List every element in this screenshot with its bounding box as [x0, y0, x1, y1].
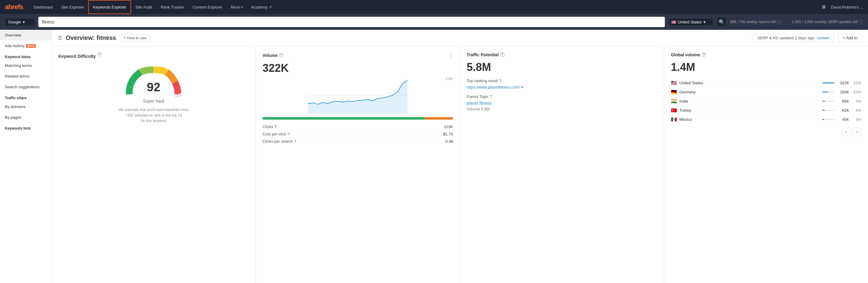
- click-bar-container: [262, 117, 453, 120]
- sidebar-section-keywords-lists: Keywords lists: [0, 123, 52, 132]
- question-icon: ?: [123, 36, 125, 40]
- parent-topic-link[interactable]: planet fitness: [467, 101, 657, 106]
- kd-description: We estimate that you'll need backlinks f…: [58, 107, 249, 123]
- sidebar-item-by-domains[interactable]: By domains: [0, 101, 52, 112]
- pagination: ‹ ›: [671, 128, 861, 136]
- global-volume-card: Global volume ? 1.4M 🇺🇸 United States 32…: [664, 46, 868, 283]
- nav-rank-tracker[interactable]: Rank Tracker: [156, 0, 188, 14]
- more-arrow-icon: ▾: [241, 5, 243, 9]
- cps-help-icon[interactable]: ?: [294, 139, 296, 144]
- sidebar-item-search-suggestions[interactable]: Search suggestions: [0, 82, 52, 92]
- nav-site-audit[interactable]: Site Audit: [131, 0, 156, 14]
- volume-more-button[interactable]: ⋮: [448, 52, 453, 58]
- country-item-mx: 🇲🇽 Mexico 45K 3%: [671, 115, 861, 124]
- country-item-tr: 🇹🇷 Turkey 62K 4%: [671, 106, 861, 115]
- beta-badge: BETA: [26, 44, 36, 48]
- sidebar-item-overview[interactable]: Overview: [0, 30, 52, 40]
- country-arrow-icon: ▾: [704, 20, 706, 24]
- kd-gauge: 92 Super hard: [58, 64, 249, 104]
- country-item-us: 🇺🇸 United States 322K 22%: [671, 79, 861, 88]
- us-flag-icon: 🇺🇸: [671, 20, 676, 24]
- nav-items: Dashboard Site Explorer Keywords Explore…: [29, 0, 821, 14]
- volume-chart: 539K: [262, 77, 453, 114]
- update-link[interactable]: Update: [816, 36, 829, 40]
- traffic-card-title: Traffic Potential ?: [467, 52, 657, 57]
- engine-arrow-icon: ▾: [23, 20, 25, 24]
- country-select[interactable]: 🇺🇸 United States ▾: [668, 18, 713, 26]
- search-icon: 🔍: [719, 19, 725, 25]
- engine-select[interactable]: Google ▾: [5, 18, 35, 26]
- global-volume-help-icon[interactable]: ?: [702, 53, 706, 57]
- flag-us: 🇺🇸: [671, 80, 677, 86]
- user-menu[interactable]: David Roberts's ...: [831, 5, 863, 9]
- weekly-help-icon[interactable]: ?: [777, 20, 781, 24]
- search-stats: 699 / 700 weekly reports left ? | 1,000 …: [730, 20, 863, 24]
- top-nav: ahrefs Dashboard Site Explorer Keywords …: [0, 0, 868, 14]
- top-ranking-label: Top ranking result ?: [467, 79, 657, 83]
- parent-topic-help-icon[interactable]: ?: [490, 94, 492, 99]
- content-area: ☰ Overview: fitness ? How to use SERP & …: [52, 30, 868, 283]
- kd-help-icon[interactable]: ?: [97, 52, 101, 57]
- flag-in: 🇮🇳: [671, 98, 677, 104]
- monthly-help-icon[interactable]: ?: [859, 20, 863, 24]
- nav-right: 🖥 David Roberts's ...: [821, 4, 863, 10]
- search-button[interactable]: 🔍: [717, 17, 727, 27]
- svg-text:92: 92: [147, 80, 161, 94]
- paid-bar: [425, 117, 453, 120]
- prev-button[interactable]: ‹: [842, 128, 850, 136]
- traffic-number: 5.8M: [467, 61, 657, 74]
- volume-number: 322K: [262, 62, 453, 75]
- country-item-in: 🇮🇳 India 66K 4%: [671, 97, 861, 106]
- kd-card: Keyword Difficulty ?: [52, 46, 255, 283]
- add-to-button[interactable]: + Add to: [838, 33, 862, 42]
- sidebar-item-ads-history[interactable]: Ads history BETA: [0, 40, 52, 51]
- clicks-help-icon[interactable]: ?: [274, 124, 276, 129]
- sidebar-section-keyword-ideas: Keyword ideas: [0, 51, 52, 60]
- status-badge: SERP & KD updated 2 days ago. Update: [752, 34, 834, 42]
- nav-site-explorer[interactable]: Site Explorer: [57, 0, 88, 14]
- top-ranking-help-icon[interactable]: ?: [499, 79, 501, 83]
- country-list: 🇺🇸 United States 322K 22% 🇩🇪 Germany 150…: [671, 79, 861, 124]
- volume-card: Volume ? ⋮ 322K 539K: [256, 46, 460, 283]
- click-bar: [262, 117, 453, 120]
- flag-tr: 🇹🇷: [671, 107, 677, 113]
- parent-topic-label: Parent Topic ?: [467, 94, 657, 99]
- main-layout: Overview Ads history BETA Keyword ideas …: [0, 30, 868, 283]
- sidebar-item-related-terms[interactable]: Related terms: [0, 71, 52, 82]
- page-header: ☰ Overview: fitness ? How to use SERP & …: [52, 30, 868, 46]
- nav-more[interactable]: More ▾: [226, 0, 247, 14]
- nav-keywords-explorer[interactable]: Keywords Explorer: [88, 0, 131, 14]
- global-volume-card-title: Global volume ?: [671, 52, 861, 57]
- metric-row-clicks: Clicks ? 122K: [262, 123, 453, 131]
- gauge-svg: 92: [123, 64, 184, 97]
- sidebar-item-matching-terms[interactable]: Matching terms: [0, 60, 52, 71]
- how-to-use-button[interactable]: ? How to use: [120, 34, 150, 42]
- volume-chart-svg: [262, 77, 453, 114]
- flag-mx: 🇲🇽: [671, 117, 677, 122]
- flag-de: 🇩🇪: [671, 89, 677, 95]
- kd-card-title: Keyword Difficulty ?: [58, 52, 249, 60]
- organic-bar: [262, 117, 424, 120]
- nav-academy[interactable]: Academy ↗: [247, 0, 276, 14]
- cpc-help-icon[interactable]: ?: [287, 132, 289, 136]
- nav-dashboard[interactable]: Dashboard: [29, 0, 57, 14]
- search-bar: Google ▾ 🇺🇸 United States ▾ 🔍 699 / 700 …: [0, 14, 868, 30]
- monitor-icon: 🖥: [821, 4, 826, 10]
- search-input[interactable]: [38, 17, 665, 27]
- traffic-card: Traffic Potential ? 5.8M Top ranking res…: [460, 46, 664, 283]
- hamburger-icon[interactable]: ☰: [58, 35, 62, 41]
- chart-max-label: 539K: [445, 77, 453, 81]
- top-ranking-url[interactable]: https://www.planetfitness.com/ ▾: [467, 85, 657, 89]
- volume-help-icon[interactable]: ?: [279, 53, 283, 58]
- global-volume-number: 1.4M: [671, 61, 861, 74]
- metrics-grid: Keyword Difficulty ?: [52, 46, 868, 283]
- traffic-help-icon[interactable]: ?: [500, 53, 504, 57]
- logo[interactable]: ahrefs: [5, 3, 23, 11]
- parent-topic-volume: Volume 5.8M: [467, 107, 657, 111]
- next-button[interactable]: ›: [853, 128, 861, 136]
- nav-content-explorer[interactable]: Content Explorer: [188, 0, 226, 14]
- country-item-de: 🇩🇪 Germany 150K 10%: [671, 88, 861, 97]
- sidebar: Overview Ads history BETA Keyword ideas …: [0, 30, 52, 283]
- sidebar-item-by-pages[interactable]: By pages: [0, 112, 52, 123]
- kd-label: Super hard: [143, 98, 164, 104]
